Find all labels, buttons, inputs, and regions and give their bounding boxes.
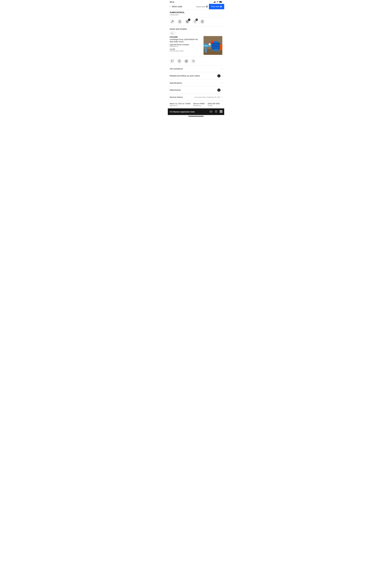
svg-rect-58 xyxy=(222,110,222,111)
classification-sub: Classification xyxy=(170,14,222,16)
status-bar: 19:11 xyxy=(168,0,224,3)
bell-icon-button[interactable] xyxy=(215,110,218,113)
calendar-icon xyxy=(185,60,188,63)
reported-on-label: Reported on xyxy=(170,105,190,107)
icon-toolbar: 3 1 2 10 xyxy=(168,17,224,26)
start-work-button[interactable]: Start work xyxy=(209,4,224,9)
chevron-right-icon: › xyxy=(222,89,222,91)
asset-price-label: Purchase price (USD) xyxy=(170,50,202,52)
home-indicator xyxy=(168,115,224,117)
asset-info: CS11430 Centrifugal Pump 100GPM/60FTHD M… xyxy=(170,36,202,52)
svg-rect-33 xyxy=(211,46,220,47)
wrench-icon-button[interactable] xyxy=(170,19,175,24)
svg-rect-37 xyxy=(212,40,213,43)
sort-icon-button[interactable] xyxy=(191,58,196,64)
svg-rect-44 xyxy=(173,60,173,61)
svg-rect-27 xyxy=(205,43,207,53)
asset-location-section: Asset and location Up ↑ CS11430 Centrifu… xyxy=(168,26,224,57)
asset-actions xyxy=(168,57,224,65)
asset-location: Main Boiler Room xyxy=(170,41,202,43)
svg-rect-55 xyxy=(186,61,187,62)
svg-point-48 xyxy=(179,61,180,61)
svg-rect-54 xyxy=(186,61,186,62)
svg-rect-6 xyxy=(219,1,222,2)
bottom-bar-brand: IBM Maximo Application Suite xyxy=(170,111,195,113)
target-icon xyxy=(186,20,189,23)
bottom-bar: IBM Maximo Application Suite xyxy=(168,108,224,115)
cloud-icon xyxy=(209,110,212,113)
checklist-icon-button[interactable]: 1 2 10 xyxy=(192,19,197,24)
chevron-right-icon: › xyxy=(222,82,222,84)
svg-rect-5 xyxy=(222,2,222,2)
target-icon-button[interactable]: 3 xyxy=(185,19,190,24)
svg-rect-2 xyxy=(215,1,215,3)
svg-rect-45 xyxy=(171,62,172,62)
attachments-badge: 6 xyxy=(218,88,220,92)
svg-rect-34 xyxy=(211,48,220,49)
signal-icon xyxy=(214,1,216,3)
attachments-row[interactable]: Attachments 6 › xyxy=(168,86,224,94)
service-history-row[interactable]: Service history Last service date: Septe… xyxy=(168,94,224,101)
classification-title: PUMP/CNTRFGL xyxy=(170,11,222,14)
svg-rect-63 xyxy=(221,112,221,113)
asset-id: CS11430 xyxy=(170,36,202,38)
service-history-label: Service history xyxy=(170,96,194,98)
svg-rect-57 xyxy=(221,110,221,111)
back-button[interactable]: ‹ xyxy=(168,3,172,10)
asset-name: Centrifugal Pump 100GPM/60FTHD xyxy=(170,38,202,40)
status-time: 19:11 xyxy=(170,1,174,3)
contact-value: (000) 555-5555 xyxy=(208,103,220,105)
svg-rect-62 xyxy=(220,112,220,113)
pause-work-label: Pause work xyxy=(196,6,205,8)
document-icon-button[interactable] xyxy=(177,19,182,24)
specifications-row[interactable]: Specifications › xyxy=(168,80,224,86)
apps-icon-button[interactable] xyxy=(220,110,222,113)
asset-content: CS11430 Centrifugal Pump 100GPM/60FTHD M… xyxy=(170,36,222,55)
gauge-icon xyxy=(178,60,181,63)
clipboard-icon-button[interactable] xyxy=(200,19,205,24)
scan-icon-button[interactable] xyxy=(170,58,175,64)
pause-work-button[interactable]: Pause work xyxy=(195,4,209,9)
asset-manufacturer: Ingersoll-Rand Company xyxy=(170,43,202,46)
get-assistance-row[interactable]: Get assistance › xyxy=(168,65,224,72)
target-badge: 3 xyxy=(188,19,190,21)
attachments-label: Attachments xyxy=(170,89,218,91)
svg-rect-56 xyxy=(220,110,220,111)
gauge-icon-button[interactable] xyxy=(177,58,182,64)
checklist-icon: 1 2 xyxy=(193,20,196,23)
document-icon xyxy=(178,20,181,23)
related-workorders-badge: 2 xyxy=(218,74,220,77)
scan-icon xyxy=(171,60,174,63)
cloud-icon-button[interactable] xyxy=(209,110,212,113)
brand-prefix: IBM xyxy=(170,111,173,113)
footer-info: March 15, 2023 at 7:35AM Reported on Mar… xyxy=(168,101,224,108)
svg-rect-1 xyxy=(214,2,214,3)
wifi-icon xyxy=(217,1,218,3)
svg-point-10 xyxy=(187,21,188,22)
svg-rect-41 xyxy=(211,50,220,52)
battery-icon xyxy=(219,1,222,3)
contact-label: Contact xyxy=(208,105,220,107)
header: ‹ Work order Pause work Start work xyxy=(168,3,224,10)
related-workorders-row[interactable]: Related and follow-up work orders 2 › xyxy=(168,72,224,80)
reported-on-item: March 15, 2023 at 7:35AM Reported on xyxy=(170,103,190,107)
pause-icon xyxy=(206,6,207,8)
asset-up-badge: Up ↑ xyxy=(170,32,175,35)
apps-icon xyxy=(220,110,222,113)
chevron-right-icon: › xyxy=(222,75,222,77)
asset-card: Up ↑ CS11430 Centrifugal Pump 100GPM/60F… xyxy=(168,32,224,57)
svg-rect-3 xyxy=(215,1,215,3)
specifications-label: Specifications xyxy=(170,82,222,84)
asset-manufacturer-label: Manufacturer xyxy=(170,46,202,47)
reported-by-value: Marcus Philbin xyxy=(193,103,205,105)
svg-rect-42 xyxy=(204,45,208,46)
reported-by-item: Marcus Philbin Reported by xyxy=(193,103,205,107)
svg-text:2: 2 xyxy=(194,21,194,22)
svg-rect-32 xyxy=(211,45,220,46)
calendar-icon-button[interactable] xyxy=(184,58,189,64)
svg-rect-59 xyxy=(220,111,220,112)
bell-icon xyxy=(215,110,218,113)
clipboard-icon xyxy=(201,20,204,23)
svg-point-11 xyxy=(187,21,187,22)
status-icons xyxy=(214,1,222,3)
